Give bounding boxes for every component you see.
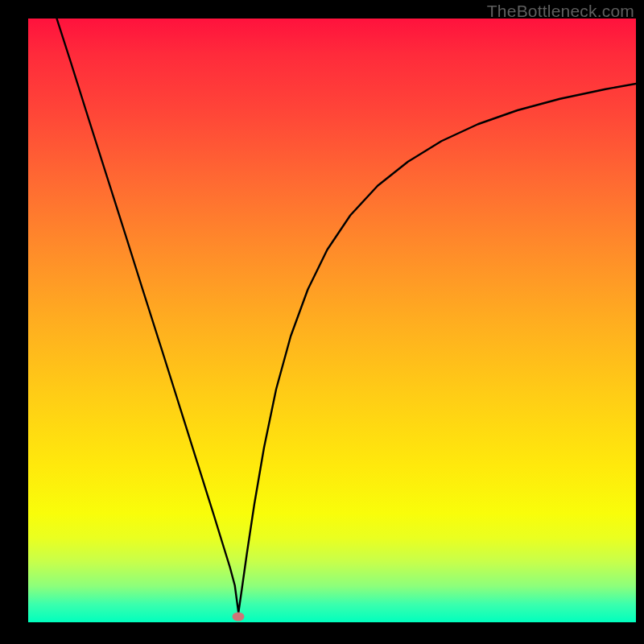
plot-area (28, 19, 636, 622)
optimal-point-marker (233, 613, 245, 621)
watermark-text: TheBottleneck.com (487, 2, 634, 21)
chart-frame: TheBottleneck.com (0, 0, 644, 644)
bottleneck-curve (28, 19, 636, 622)
